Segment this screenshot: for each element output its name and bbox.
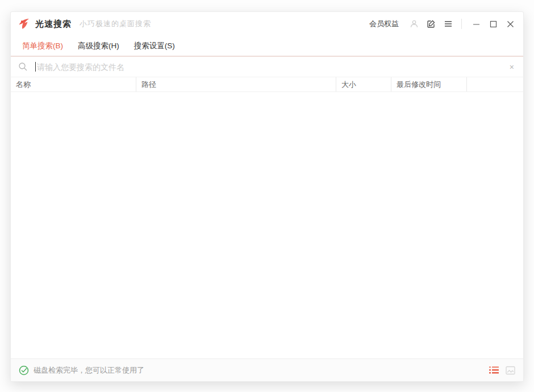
app-title: 光速搜索: [35, 19, 72, 30]
tab-simple-search[interactable]: 简单搜索(B): [22, 41, 63, 51]
preview-image-icon[interactable]: [506, 366, 515, 375]
status-bar: 磁盘检索完毕，您可以正常使用了: [11, 358, 523, 381]
maximize-button[interactable]: [485, 12, 502, 36]
search-bar: ×: [11, 57, 523, 77]
tab-advanced-search[interactable]: 高级搜索(H): [78, 41, 119, 51]
titlebar-divider: [461, 19, 462, 29]
hamburger-menu-icon[interactable]: [440, 15, 457, 32]
tab-bar: 简单搜索(B) 高级搜索(H) 搜索设置(S): [11, 36, 523, 56]
column-header-name[interactable]: 名称: [11, 77, 136, 91]
column-header-size[interactable]: 大小: [336, 77, 391, 91]
results-list-icon[interactable]: [489, 366, 499, 374]
app-subtitle: 小巧极速的桌面搜索: [80, 19, 151, 29]
app-window: 光速搜索 小巧极速的桌面搜索 会员权益: [10, 11, 524, 382]
results-table-header: 名称 路径 大小 最后修改时间: [11, 77, 523, 92]
search-icon: [18, 62, 31, 72]
minimize-button[interactable]: [468, 12, 485, 36]
title-bar: 光速搜索 小巧极速的桌面搜索 会员权益: [11, 12, 523, 36]
results-area: [11, 92, 523, 322]
user-icon[interactable]: [406, 15, 423, 32]
feedback-edit-icon[interactable]: [423, 15, 440, 32]
text-caret: [35, 62, 36, 72]
member-benefits-link[interactable]: 会员权益: [369, 19, 399, 29]
close-button[interactable]: [502, 12, 519, 36]
column-header-extra: [466, 77, 523, 91]
search-input[interactable]: [37, 62, 508, 72]
column-header-modified[interactable]: 最后修改时间: [391, 77, 466, 91]
clear-search-icon[interactable]: ×: [508, 63, 516, 71]
check-circle-icon: [19, 365, 29, 376]
status-message: 磁盘检索完毕，您可以正常使用了: [34, 365, 144, 376]
column-header-path[interactable]: 路径: [136, 77, 336, 91]
app-logo-icon: [16, 16, 31, 31]
tab-search-settings[interactable]: 搜索设置(S): [134, 41, 175, 51]
